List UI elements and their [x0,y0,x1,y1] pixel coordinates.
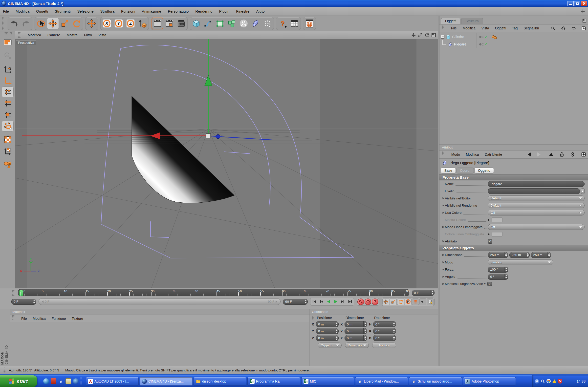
livello-expand-button[interactable] [581,188,585,194]
taskbar-button-autocad[interactable]: AutoCAD LT 2009 - [... [86,377,139,386]
bent-cylinder-object[interactable] [132,96,234,203]
axis-center-handle[interactable] [206,134,211,138]
taskbar-clock[interactable]: 14.38 [577,379,586,383]
modo-dropdown[interactable]: Limitato [488,259,553,265]
section-proprieta-base[interactable]: Proprietà Base [439,174,588,180]
y-axis-lock-button[interactable]: Y [113,18,125,29]
media-player-icon[interactable] [43,378,49,384]
menubar-item[interactable]: Strumenti [55,9,70,13]
email-icon[interactable] [65,378,71,384]
play-forward-button[interactable] [332,298,339,305]
om-menu-item[interactable]: Modifica [463,26,476,30]
expand-arrow-icon[interactable] [488,233,490,236]
search-icon[interactable] [551,26,555,31]
rotation-p-field[interactable]: 0 ° [373,328,396,334]
taskbar-button-cinema4d[interactable]: CINEMA 4D - [Senza... [140,377,193,386]
object-name[interactable]: Cilindro [452,35,464,39]
history-forward-icon[interactable] [537,152,541,157]
object-name[interactable]: Piegare [454,42,466,46]
next-frame-button[interactable] [339,298,347,305]
tab-coord[interactable]: Coord. [457,168,474,173]
z-axis-lock-button[interactable]: Z [125,18,136,29]
viewport-menu-item[interactable]: Modifica [28,33,41,37]
menubar-item[interactable]: Personaggio [168,9,189,13]
goto-start-button[interactable] [311,298,318,305]
track-icon[interactable] [570,152,575,157]
visibility-dots[interactable]: ✓ [477,41,490,48]
timeline-ruler[interactable]: 0 5 10 15 20 25 30 35 40 45 50 55 60 65 … [18,289,409,296]
attributes-title[interactable]: Attributi [439,145,588,150]
position-z-field[interactable]: 0 m [316,335,339,341]
dimensione-z-field[interactable]: 250 m [531,252,551,258]
rail-grip[interactable] [3,32,12,35]
key-parameter-toggle[interactable]: P [405,298,412,305]
om-menu-item[interactable]: Segnalibri [523,26,539,30]
menubar-item[interactable]: Aiuto [256,9,264,13]
previous-frame-button[interactable] [318,298,325,305]
abilitato-checkbox[interactable]: ✓ [488,239,492,244]
apply-button[interactable]: Applica [372,343,396,348]
add-modeling-object-button[interactable] [226,18,238,29]
menubar-item[interactable]: Modifica [16,9,29,13]
dimensione-y-field[interactable]: 250 m [509,252,530,258]
add-nurbs-button[interactable] [214,18,226,29]
add-primitive-button[interactable] [190,18,202,29]
viewport-pan-icon[interactable] [411,33,416,38]
autokey-button[interactable] [365,299,371,305]
view-label[interactable]: Prospettiva [16,40,36,45]
close-button[interactable] [581,1,587,6]
coord-mode-dropdown[interactable]: Dimensione [345,343,369,348]
visibile-rendering-dropdown[interactable]: Default [488,203,585,208]
restore-button[interactable] [574,1,580,6]
om-menu-item[interactable]: File [451,26,457,30]
start-button[interactable]: start [0,375,37,387]
redo-button[interactable] [20,18,32,29]
materials-menu-item[interactable]: Funzione [52,317,66,321]
attr-menu-item[interactable]: Modifica [466,152,479,156]
viewport-grip[interactable] [18,32,21,38]
menubar-item[interactable]: Finestre [236,9,249,13]
menubar-item[interactable]: Plugin [219,9,230,13]
goto-end-button[interactable] [347,298,354,305]
last-tool-button[interactable] [86,18,98,29]
panel-handle-icon[interactable] [581,9,585,14]
coord-target-dropdown[interactable]: Oggetto [318,343,342,348]
dimensione-x-field[interactable]: 250 m [488,252,508,258]
menubar-item[interactable]: Funzioni [121,9,135,13]
messenger-icon[interactable] [73,378,79,384]
rotation-b-field[interactable]: 0 ° [373,335,396,341]
expand-arrow-icon[interactable] [488,219,490,221]
online-help-button[interactable] [304,18,315,29]
document-settings-button[interactable] [427,298,434,305]
taskbar-button-scrivi[interactable]: e Scrivi un nuovo argo... [409,377,462,386]
visibility-dots[interactable]: ✓ [477,33,490,41]
statusbar-grip[interactable] [2,367,5,373]
perspective-viewport[interactable]: Prospettiva Y X Z [15,39,438,288]
parent-object-icon[interactable] [549,153,553,156]
render-active-view-button[interactable] [163,18,175,29]
ruler-frame-field[interactable]: 0 F [412,290,435,296]
taskbar-button-photoshop[interactable]: Adobe Photoshop [463,377,516,386]
make-editable-button[interactable] [2,50,14,61]
viewport-dolly-icon[interactable] [418,33,423,38]
dimension-x-field[interactable]: 0 m [345,321,367,327]
enabled-check-icon[interactable]: ✓ [484,35,488,39]
enabled-check-icon[interactable]: ✓ [484,42,488,46]
home-icon[interactable] [561,26,566,31]
end-frame-field[interactable]: 90 F [283,299,308,305]
object-manager-grip[interactable] [442,24,445,29]
uv-mode-button[interactable] [2,121,14,131]
polygon-mode-button[interactable] [2,109,14,120]
viewport-orbit-icon[interactable] [425,33,429,38]
forza-field[interactable]: 100 ° [488,267,508,273]
render-view-button[interactable] [152,18,163,29]
move-tool[interactable] [47,18,59,29]
viewport-menu-item[interactable]: Vista [98,33,106,37]
texture-mode-button[interactable] [2,134,14,145]
sound-toggle[interactable] [419,298,426,305]
tree-row-cilindro[interactable]: Cilindro ✓ [439,33,588,41]
minimize-button[interactable] [567,1,574,6]
add-spline-button[interactable] [202,18,214,29]
toolbar-grip[interactable] [2,17,5,30]
mostra-colore-swatch[interactable] [492,217,502,222]
